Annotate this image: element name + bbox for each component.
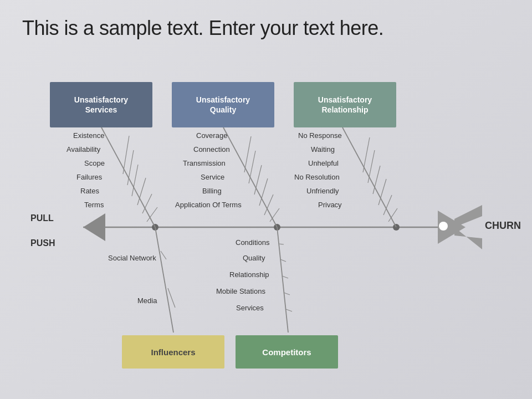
svg-line-30	[155, 227, 173, 332]
category-quality: UnsatisfactoryQuality	[172, 82, 274, 127]
label-conditions: Conditions	[236, 238, 269, 247]
category-influencers: Influencers	[122, 335, 224, 369]
label-application-of-terms: Application Of Terms	[175, 201, 242, 209]
label-quality: Quality	[243, 254, 265, 262]
category-services: UnsatisfactoryServices	[50, 82, 152, 127]
svg-point-7	[274, 224, 280, 231]
svg-line-16	[223, 127, 277, 227]
svg-marker-4	[454, 227, 482, 249]
svg-line-11	[127, 150, 134, 185]
svg-line-18	[249, 151, 255, 183]
label-failures: Failures	[76, 173, 102, 181]
svg-line-29	[388, 208, 397, 222]
svg-line-15	[147, 207, 157, 222]
pull-label: PULL	[30, 213, 54, 223]
svg-marker-3	[454, 205, 482, 227]
label-relationship: Relationship	[229, 270, 269, 279]
churn-label: CHURN	[485, 220, 521, 232]
slide: This is a sample text. Enter your text h…	[0, 0, 532, 399]
label-scope: Scope	[84, 159, 105, 167]
svg-line-23	[342, 127, 396, 227]
category-relationship: UnsatisfactoryRelationship	[294, 82, 396, 127]
label-waiting: Waiting	[311, 145, 335, 154]
label-unfriendly: Unfriendly	[306, 187, 339, 195]
label-rates: Rates	[80, 187, 99, 195]
svg-marker-2	[438, 211, 466, 244]
svg-line-24	[363, 137, 370, 172]
svg-line-28	[383, 195, 392, 215]
svg-line-35	[280, 259, 286, 262]
label-connection: Connection	[193, 145, 230, 154]
svg-line-33	[277, 227, 288, 332]
svg-line-34	[279, 244, 284, 244]
label-no-resolution: No Resolution	[294, 173, 340, 181]
label-no-response: No Response	[298, 131, 342, 140]
label-mobile-stations: Mobile Stations	[216, 287, 265, 295]
svg-line-32	[168, 288, 175, 308]
label-billing: Billing	[202, 187, 222, 195]
svg-line-17	[244, 136, 251, 172]
svg-line-10	[123, 136, 129, 174]
label-social-network: Social Network	[108, 254, 156, 262]
label-existence: Existence	[73, 131, 104, 140]
svg-point-8	[393, 224, 400, 231]
label-unhelpful: Unhelpful	[308, 159, 339, 167]
svg-point-5	[439, 222, 448, 231]
label-terms: Terms	[84, 201, 104, 209]
label-availability: Availability	[66, 145, 100, 154]
svg-line-12	[132, 165, 138, 196]
svg-marker-1	[83, 213, 105, 241]
label-service: Service	[201, 173, 224, 181]
svg-line-25	[368, 150, 375, 183]
svg-line-26	[373, 166, 380, 194]
svg-line-27	[378, 179, 386, 205]
label-media: Media	[137, 296, 157, 305]
svg-line-22	[270, 208, 279, 222]
label-privacy: Privacy	[318, 201, 342, 209]
svg-line-21	[264, 195, 273, 215]
push-label: PUSH	[30, 238, 55, 248]
svg-line-13	[137, 178, 146, 205]
svg-line-9	[101, 127, 155, 227]
svg-line-19	[254, 165, 262, 195]
label-services: Services	[236, 304, 264, 312]
label-coverage: Coverage	[196, 131, 227, 140]
svg-line-31	[161, 251, 166, 259]
svg-line-37	[284, 293, 290, 295]
svg-line-14	[142, 194, 152, 213]
svg-line-20	[259, 178, 268, 206]
label-transmission: Transmission	[183, 159, 226, 167]
svg-line-38	[286, 309, 292, 311]
page-title: This is a sample text. Enter your text h…	[22, 17, 383, 40]
category-competitors: Competitors	[236, 335, 338, 369]
svg-line-36	[282, 276, 288, 278]
svg-point-6	[152, 224, 158, 231]
